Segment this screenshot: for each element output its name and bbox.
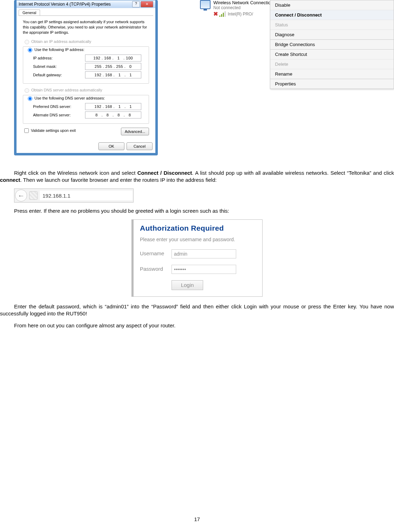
menu-diagnose[interactable]: Diagnose	[270, 30, 394, 39]
help-button[interactable]: ?	[132, 1, 140, 7]
radio-obtain-ip-input[interactable]	[25, 40, 29, 44]
subnet-label: Subnet mask:	[33, 64, 85, 69]
radio-use-ip-input[interactable]	[28, 48, 32, 52]
alternate-dns-input[interactable]	[85, 111, 141, 118]
radio-use-dns[interactable]: Use the following DNS server addresses:	[25, 95, 106, 101]
paragraph-2: Press enter. If there are no problems yo…	[0, 207, 394, 214]
browser-address-bar: ←	[14, 188, 134, 203]
login-panel: Authorization Required Please enter your…	[131, 219, 263, 296]
default-gateway-input[interactable]	[85, 71, 141, 78]
menu-delete: Delete	[270, 59, 394, 69]
monitor-icon	[200, 0, 211, 9]
menu-connect-disconnect[interactable]: Connect / Disconnect	[270, 10, 394, 20]
advanced-button[interactable]: Advanced...	[121, 128, 149, 135]
radio-use-ip[interactable]: Use the following IP address:	[25, 47, 86, 52]
back-button[interactable]: ←	[15, 190, 27, 201]
username-input[interactable]	[172, 249, 236, 258]
radio-obtain-ip[interactable]: Obtain an IP address automatically	[23, 39, 149, 44]
paragraph-4: From here on out you can configure almos…	[0, 322, 394, 329]
dns-fieldset: Use the following DNS server addresses: …	[23, 95, 149, 124]
dialog-title: Internet Protocol Version 4 (TCP/IPv4) P…	[19, 2, 131, 7]
password-input[interactable]	[172, 265, 236, 274]
pref-dns-label: Preferred DNS server:	[33, 104, 85, 109]
username-label: Username	[140, 250, 172, 257]
login-title: Authorization Required	[140, 223, 256, 233]
paragraph-3: Enter the default password, which is “ad…	[0, 303, 394, 318]
tcpip-dialog: Internet Protocol Version 4 (TCP/IPv4) P…	[14, 0, 158, 155]
subnet-mask-input[interactable]	[85, 63, 141, 70]
ip-address-input[interactable]	[85, 55, 141, 62]
alt-dns-label: Alternate DNS server:	[33, 113, 85, 117]
ip-fieldset: Use the following IP address: IP address…	[23, 46, 149, 84]
context-menu: Disable Connect / Disconnect Status Diag…	[270, 0, 394, 89]
radio-use-dns-input[interactable]	[28, 96, 32, 101]
login-button[interactable]: Login	[172, 280, 203, 290]
page-number: 17	[0, 516, 394, 522]
tab-strip: General	[17, 8, 155, 15]
ip-label: IP address:	[33, 56, 85, 60]
menu-rename[interactable]: Rename	[270, 69, 394, 79]
cancel-button[interactable]: Cancel	[127, 142, 153, 150]
radio-obtain-dns-input	[25, 88, 29, 93]
validate-checkbox[interactable]	[24, 128, 29, 133]
radio-obtain-dns: Obtain DNS server address automatically	[23, 87, 149, 93]
tab-general[interactable]: General	[19, 9, 40, 15]
menu-status: Status	[270, 20, 394, 30]
close-button[interactable]: ✕	[141, 1, 153, 7]
wireless-title: Wireless Network Connection	[213, 0, 273, 5]
globe-icon	[29, 191, 38, 200]
menu-properties[interactable]: Properties	[270, 79, 394, 89]
wireless-adapter: Intel(R) PRO/	[228, 12, 253, 17]
titlebar[interactable]: Internet Protocol Version 4 (TCP/IPv4) P…	[17, 0, 155, 8]
ok-button[interactable]: OK	[98, 142, 124, 150]
preferred-dns-input[interactable]	[85, 103, 141, 110]
login-subtitle: Please enter your username and password.	[140, 236, 256, 243]
wireless-status: Not connected	[213, 5, 273, 10]
signal-icon	[219, 11, 226, 17]
wireless-connection-info: Wireless Network Connection Not connecte…	[200, 0, 273, 17]
intro-text: You can get IP settings assigned automat…	[23, 19, 149, 35]
disconnected-icon: ✖	[213, 11, 218, 17]
menu-bridge[interactable]: Bridge Connections	[270, 39, 394, 49]
menu-create-shortcut[interactable]: Create Shortcut	[270, 49, 394, 59]
menu-disable[interactable]: Disable	[270, 0, 394, 10]
paragraph-1: Right click on the Wireless network icon…	[0, 169, 394, 184]
gateway-label: Default gateway:	[33, 73, 85, 77]
password-label: Password	[140, 265, 172, 273]
url-input[interactable]	[40, 191, 133, 200]
